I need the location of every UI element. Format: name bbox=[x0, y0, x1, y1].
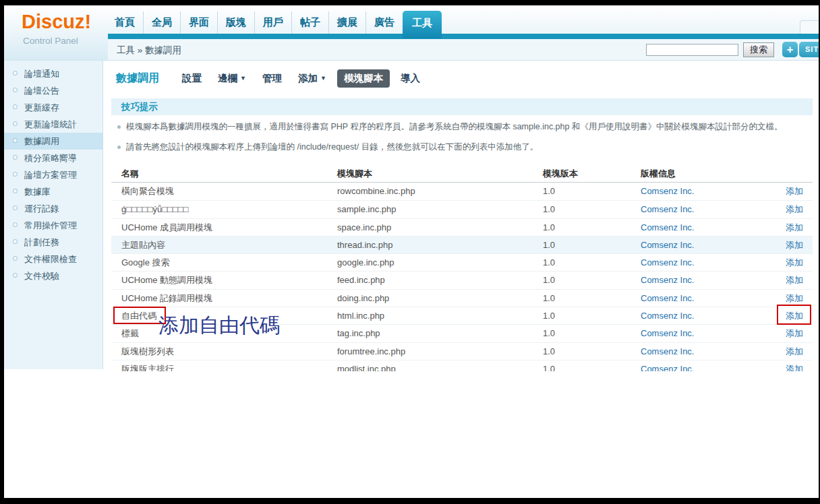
copyright-link[interactable]: Comsenz Inc. bbox=[641, 343, 694, 360]
highlight-box-action bbox=[777, 305, 811, 325]
column-header: 名稱 bbox=[121, 165, 139, 183]
bullet-icon bbox=[13, 222, 18, 227]
column-header: 版權信息 bbox=[641, 165, 676, 183]
nav-tab-廣告[interactable]: 廣告 bbox=[365, 11, 403, 34]
bullet-icon bbox=[13, 88, 18, 92]
annotation-text: 添加自由代碼 bbox=[158, 314, 280, 336]
copyright-link[interactable]: Comsenz Inc. bbox=[641, 201, 694, 218]
module-tab-模塊腳本[interactable]: 模塊腳本 bbox=[337, 69, 390, 88]
copyright-link[interactable]: Comsenz Inc. bbox=[641, 254, 694, 272]
teal-bar bbox=[108, 34, 819, 39]
table-row: Google 搜索 google.inc.php 1.0 Comsenz Inc… bbox=[111, 253, 813, 271]
add-link[interactable]: 添加 bbox=[786, 325, 803, 342]
sidebar-item-計劃任務[interactable]: 計劃任務 bbox=[4, 234, 102, 251]
nav-tab-版塊[interactable]: 版塊 bbox=[217, 11, 254, 34]
add-link[interactable]: 添加 bbox=[786, 272, 803, 289]
module-tab-設置[interactable]: 設置 bbox=[174, 69, 210, 88]
table-row: UCHome 動態調用模塊 feed.inc.php 1.0 Comsenz I… bbox=[111, 271, 813, 288]
table-row: UCHome 成員調用模塊 space.inc.php 1.0 Comsenz … bbox=[111, 218, 813, 236]
bullet-icon bbox=[13, 138, 18, 143]
logo-subtitle: Control Panel bbox=[23, 36, 78, 46]
sidebar-item-積分策略嚮導[interactable]: 積分策略嚮導 bbox=[4, 150, 102, 166]
corner-tab[interactable] bbox=[800, 20, 819, 34]
column-header: 模塊腳本 bbox=[337, 165, 372, 183]
sidebar-item-論壇公告[interactable]: 論壇公告 bbox=[4, 82, 102, 99]
copyright-link[interactable]: Comsenz Inc. bbox=[641, 219, 694, 237]
copyright-link[interactable]: Comsenz Inc. bbox=[641, 325, 694, 342]
tips-list: 模塊腳本爲數據調用模塊的一種擴展，適用於懂得書寫 PHP 程序的程序員。請參考系… bbox=[111, 117, 782, 157]
nav-tab-擴展[interactable]: 擴展 bbox=[328, 11, 365, 34]
tip-item: 請首先將您設計的模塊腳本程序上傳到論壇的 /include/request/ 目… bbox=[111, 137, 782, 157]
table-header: 名稱模塊腳本模塊版本版權信息 bbox=[111, 165, 813, 183]
nav-tab-工具[interactable]: 工具 bbox=[403, 11, 442, 38]
bullet-icon bbox=[13, 239, 18, 244]
add-link[interactable]: 添加 bbox=[786, 183, 803, 200]
tips-header: 技巧提示 bbox=[111, 98, 813, 115]
copyright-link[interactable]: Comsenz Inc. bbox=[641, 360, 694, 371]
add-link[interactable]: 添加 bbox=[786, 237, 803, 254]
nav-tab-帖子[interactable]: 帖子 bbox=[291, 11, 328, 34]
bullet-icon bbox=[13, 273, 18, 278]
bullet-icon bbox=[13, 206, 18, 210]
module-tabs: 設置邊欄 ▼管理添加 ▼模塊腳本導入 bbox=[174, 69, 428, 88]
copyright-link[interactable]: Comsenz Inc. bbox=[641, 183, 694, 200]
sidebar-item-文件校驗[interactable]: 文件校驗 bbox=[4, 267, 102, 284]
table-row: UCHome 記錄調用模塊 doing.inc.php 1.0 Comsenz … bbox=[111, 289, 813, 307]
header: Discuz! Control Panel 首頁全局界面版塊用戶帖子擴展廣告工具… bbox=[4, 5, 819, 61]
nav-tab-用戶[interactable]: 用戶 bbox=[254, 11, 291, 34]
page: Discuz! Control Panel 首頁全局界面版塊用戶帖子擴展廣告工具… bbox=[4, 5, 819, 498]
copyright-link[interactable]: Comsenz Inc. bbox=[641, 272, 694, 289]
breadcrumb: 工具 » 數據調用 bbox=[117, 44, 181, 57]
table-row: 主題貼內容 thread.inc.php 1.0 Comsenz Inc. 添加 bbox=[111, 236, 813, 253]
page-title: 數據調用 bbox=[116, 71, 159, 86]
nav-tab-界面[interactable]: 界面 bbox=[180, 11, 217, 34]
logo[interactable]: Discuz! bbox=[22, 11, 91, 33]
breadcrumb-bar: 工具 » 數據調用 搜索 + SITE bbox=[108, 39, 819, 60]
site-button[interactable]: SITE bbox=[799, 42, 819, 57]
column-header: 模塊版本 bbox=[543, 165, 578, 183]
add-link[interactable]: 添加 bbox=[786, 201, 803, 218]
table-row: 版塊版主排行 modlist.inc.php 1.0 Comsenz Inc. … bbox=[111, 360, 813, 371]
bullet-icon bbox=[13, 189, 18, 193]
module-tab-管理[interactable]: 管理 bbox=[254, 69, 290, 88]
add-link[interactable]: 添加 bbox=[786, 254, 803, 272]
table-row: 版塊樹形列表 forumtree.inc.php 1.0 Comsenz Inc… bbox=[111, 342, 813, 360]
copyright-link[interactable]: Comsenz Inc. bbox=[641, 237, 694, 254]
bullet-icon bbox=[13, 256, 18, 261]
add-link[interactable]: 添加 bbox=[786, 219, 803, 237]
sidebar-item-論壇通知[interactable]: 論壇通知 bbox=[4, 65, 102, 82]
module-tab-添加[interactable]: 添加 ▼ bbox=[290, 69, 334, 88]
sidebar-item-論壇方案管理[interactable]: 論壇方案管理 bbox=[4, 166, 102, 183]
sidebar-item-運行記錄[interactable]: 運行記錄 bbox=[4, 200, 102, 217]
sidebar-item-常用操作管理[interactable]: 常用操作管理 bbox=[4, 217, 102, 234]
module-tab-邊欄[interactable]: 邊欄 ▼ bbox=[210, 69, 254, 88]
top-nav: 首頁全局界面版塊用戶帖子擴展廣告工具 bbox=[107, 5, 442, 34]
bullet-icon bbox=[13, 121, 18, 126]
search-button[interactable]: 搜索 bbox=[743, 42, 774, 57]
sidebar-item-更新論壇統計[interactable]: 更新論壇統計 bbox=[4, 116, 102, 133]
sidebar: 論壇通知論壇公告更新緩存更新論壇統計數據調用積分策略嚮導論壇方案管理數據庫運行記… bbox=[4, 61, 103, 369]
nav-tab-首頁[interactable]: 首頁 bbox=[107, 11, 143, 34]
sidebar-item-數據庫[interactable]: 數據庫 bbox=[4, 183, 102, 200]
copyright-link[interactable]: Comsenz Inc. bbox=[641, 307, 694, 325]
add-link[interactable]: 添加 bbox=[786, 360, 803, 371]
search-input[interactable] bbox=[646, 44, 738, 56]
plus-button[interactable]: + bbox=[782, 42, 798, 57]
table-row: 橫向聚合模塊 rowcombine.inc.php 1.0 Comsenz In… bbox=[111, 183, 813, 200]
module-tab-導入[interactable]: 導入 bbox=[392, 69, 428, 88]
nav-tab-全局[interactable]: 全局 bbox=[143, 11, 180, 34]
bullet-icon bbox=[13, 172, 18, 177]
bullet-icon bbox=[13, 155, 18, 160]
add-link[interactable]: 添加 bbox=[786, 343, 803, 360]
tip-item: 模塊腳本爲數據調用模塊的一種擴展，適用於懂得書寫 PHP 程序的程序員。請參考系… bbox=[111, 117, 782, 137]
bullet-icon bbox=[13, 71, 18, 75]
sidebar-item-更新緩存[interactable]: 更新緩存 bbox=[4, 99, 102, 116]
table-row: ǵ□□□□□ýǚ□□□□□ sample.inc.php 1.0 Comsenz… bbox=[111, 200, 813, 218]
bullet-icon bbox=[13, 104, 18, 109]
module-table: 名稱模塊腳本模塊版本版權信息 橫向聚合模塊 rowcombine.inc.php… bbox=[111, 165, 813, 371]
copyright-link[interactable]: Comsenz Inc. bbox=[641, 290, 694, 307]
sidebar-item-數據調用[interactable]: 數據調用 bbox=[4, 133, 102, 150]
sidebar-item-文件權限檢查[interactable]: 文件權限檢查 bbox=[4, 251, 102, 267]
